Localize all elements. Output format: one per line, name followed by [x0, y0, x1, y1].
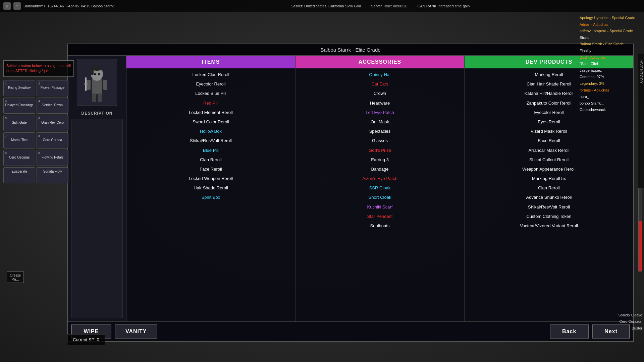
skill-btn-5[interactable]: 5 Split Gate: [3, 115, 35, 131]
server-time: Server Time: 00:00:20: [371, 4, 407, 8]
character-preview: DESCRIPTION: [68, 56, 126, 321]
item-hollow-box[interactable]: Hollow Box: [126, 127, 295, 136]
item-spirit-box[interactable]: Spirit Box: [126, 193, 295, 202]
acc-left-eye-patch[interactable]: Left Eye Patch: [296, 108, 464, 117]
create-party-button[interactable]: Create Pa...: [7, 272, 24, 283]
acc-oni-mask[interactable]: Oni Mask: [296, 117, 464, 127]
item-face-reroll[interactable]: Face Reroll: [126, 165, 295, 174]
hp-bar-container: [638, 188, 642, 272]
acc-quincy-hat[interactable]: Quincy Hat: [296, 70, 464, 79]
skill-notice: Select a button below to assign the skil…: [3, 60, 74, 77]
items-list: Locked Clan Reroll Eyecolor Reroll Locke…: [126, 68, 295, 321]
acc-crown[interactable]: Crown: [296, 89, 464, 98]
skill-btn-sonata-flow[interactable]: Sonata Flow: [37, 167, 68, 183]
back-button[interactable]: Back: [550, 324, 589, 339]
current-sp: Current SP: 0: [67, 334, 105, 345]
item-locked-clan-reroll[interactable]: Locked Clan Reroll: [126, 70, 295, 79]
acc-star-pendant[interactable]: Star Pendant: [296, 212, 464, 221]
hp-bar-fill: [639, 221, 642, 271]
item-locked-blue-pill[interactable]: Locked Blue Pill: [126, 89, 295, 98]
acc-cat-ears[interactable]: Cat Ears: [296, 79, 464, 89]
right-entry-2: Adrian · Adjuchas: [580, 22, 641, 28]
svg-rect-6: [92, 94, 96, 102]
top-bar-center: Server: United States, California Slow G…: [120, 4, 641, 8]
dev-clan-reroll[interactable]: Clan Reroll: [465, 183, 633, 193]
server-info: Server: United States, California Slow G…: [291, 4, 361, 8]
right-entry-14: bonbo Starrk...: [580, 101, 641, 107]
acc-kuchiki-scarf[interactable]: Kuchiki Scarf: [296, 202, 464, 212]
acc-gods-prize[interactable]: God's Prize: [296, 146, 464, 155]
item-sword-color-reroll[interactable]: Sword Color Reroll: [126, 117, 295, 127]
dev-weapon-appearance-reroll[interactable]: Weapon Appearance Reroll: [465, 165, 633, 174]
svg-rect-9: [103, 80, 107, 90]
dev-vizard-mask-reroll[interactable]: Vizard Mask Reroll: [465, 127, 633, 136]
skill-btn-0[interactable]: 0 Flowing Petals: [37, 150, 68, 166]
item-locked-weapon-reroll[interactable]: Locked Weapon Reroll: [126, 174, 295, 183]
right-entry-4: Strato: [580, 35, 641, 41]
left-panel: Select a button below to assign the skil…: [3, 60, 74, 183]
top-bar-left: ⊞ ≡ BalboabtwYT_13244146 T·Apr·05_04:15 …: [3, 2, 114, 10]
char-desc-box: [71, 119, 123, 318]
accessories-column: ACCESSORIES Quincy Hat Cat Ears Crown He…: [296, 56, 465, 321]
dev-eyes-reroll[interactable]: Eyes Reroll: [465, 117, 633, 127]
acc-bandage[interactable]: Bandage: [296, 165, 464, 174]
skill-buster: Buster: [618, 325, 642, 332]
shop-columns: DESCRIPTION ITEMS Locked Clan Reroll Eye…: [68, 56, 633, 321]
accessories-list: Quincy Hat Cat Ears Crown Headware Left …: [296, 68, 464, 321]
dev-shikai-res-volt-reroll[interactable]: Shikai/Res/Volt Reroll: [465, 202, 633, 212]
acc-short-cloak[interactable]: Short Cloak: [296, 193, 464, 202]
right-entry-1: Apology Hyosube - Special Grade: [580, 15, 641, 21]
acc-aizens-eye-patch[interactable]: Aizen's Eye Patch: [296, 174, 464, 183]
grid-icon[interactable]: ⊞: [3, 2, 11, 10]
acc-ssr-cloak[interactable]: SSR Cloak: [296, 183, 464, 193]
dev-marking-reroll-5x[interactable]: Marking Reroll 5x: [465, 174, 633, 183]
list-icon[interactable]: ≡: [13, 2, 21, 10]
dev-shikai-callout-reroll[interactable]: Shikai Callout Reroll: [465, 155, 633, 165]
skill-btn-3[interactable]: 3 Delayed Crossings: [3, 98, 35, 114]
acc-earring-3[interactable]: Earring 3: [296, 155, 464, 165]
inventory-label: - INVENTORY -: [639, 55, 643, 87]
skill-btn-8[interactable]: 8 Cero Cornea: [37, 132, 68, 148]
svg-rect-0: [92, 79, 102, 94]
acc-soulboats[interactable]: Soulboats: [296, 221, 464, 231]
svg-rect-8: [87, 80, 91, 90]
skill-notice-text: Select a button below to assign the skil…: [6, 64, 71, 73]
char-desc-label: DESCRIPTION: [81, 111, 112, 116]
skill-btn-9[interactable]: 9 Cero Oscuras: [3, 150, 35, 166]
vanity-button[interactable]: VANITY: [115, 324, 157, 339]
skill-cero-corazon: Cero Corazon: [618, 318, 642, 325]
right-entry-11: Legendary: 3%: [580, 81, 641, 87]
item-locked-element-reroll[interactable]: Locked Element Reroll: [126, 108, 295, 117]
acc-glasses[interactable]: Glasses: [296, 136, 464, 145]
acc-spectacles[interactable]: Spectacles: [296, 127, 464, 136]
item-shikai-reroll[interactable]: Shikai/Res/Volt Reroll: [126, 136, 295, 145]
svg-rect-4: [94, 73, 96, 75]
character-svg: [82, 61, 112, 104]
dev-face-reroll[interactable]: Face Reroll: [465, 136, 633, 145]
acc-headware[interactable]: Headware: [296, 99, 464, 108]
skill-btn-4[interactable]: 4 Vertical Down: [37, 98, 68, 114]
dev-custom-clothing-token[interactable]: Custom Clothing Token: [465, 212, 633, 221]
right-entry-12: fortnite - Adjuchas: [580, 87, 641, 94]
dev-arrancar-mask-reroll[interactable]: Arrancar Mask Reroll: [465, 146, 633, 155]
item-hair-shade-reroll[interactable]: Hair Shade Reroll: [126, 183, 295, 193]
skill-btn-eviscerate[interactable]: Eviscerate: [3, 167, 35, 183]
skill-btn-2[interactable]: 2 Flower Passage: [37, 80, 68, 96]
items-header: ITEMS: [126, 56, 295, 68]
right-entry-5: Balboa Starrk - Elite Grade: [580, 41, 641, 47]
item-clan-reroll[interactable]: Clan Reroll: [126, 155, 295, 165]
skill-btn-6[interactable]: 6 Gran Rey Cero: [37, 115, 68, 131]
item-red-pill[interactable]: Red Pill: [126, 99, 295, 108]
dev-vactear-vizored-reroll[interactable]: Vactear/Vizored Variant Reroll: [465, 221, 633, 231]
shop-title: Balboa Starrk - Elite Grade: [68, 44, 633, 56]
skill-btn-7[interactable]: 7 Mortal Ties: [3, 132, 35, 148]
right-entry-8: "Sabe Cifel -: [580, 61, 641, 67]
dev-advance-shunko-reroll[interactable]: Advance Shunko Reroll: [465, 193, 633, 202]
skill-btn-1[interactable]: 1 Rising Swallow: [3, 80, 35, 96]
item-eyecolor-reroll[interactable]: Eyecolor Reroll: [126, 79, 295, 89]
item-blue-pill[interactable]: Blue Pill: [126, 146, 295, 155]
rank-info: CAN RANK Increased time gain: [418, 4, 470, 8]
right-entry-13: hura_: [580, 94, 641, 100]
right-entry-9: Jaegerjaquez -: [580, 68, 641, 74]
svg-rect-7: [98, 94, 102, 102]
